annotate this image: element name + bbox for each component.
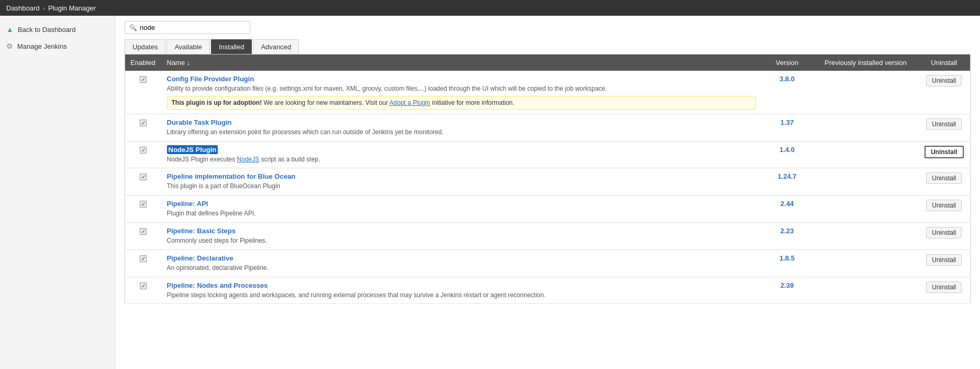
plugin-name-cell: Config File Provider PluginAbility to pr… <box>162 71 761 114</box>
table-row: Durable Task PluginLibrary offering an e… <box>125 114 971 141</box>
uninstall-button[interactable]: Uninstall <box>926 254 962 266</box>
header-prev-version: Previously installed version <box>814 55 918 71</box>
plugin-name-link[interactable]: Pipeline implementation for Blue Ocean <box>167 172 296 180</box>
table-row: Pipeline implementation for Blue OceanTh… <box>125 168 971 196</box>
plugin-description: Library offering an extension point for … <box>167 128 756 137</box>
tab-available[interactable]: Available <box>166 39 210 54</box>
sidebar-item-back-dashboard[interactable]: ▲ Back to Dashboard <box>0 21 115 38</box>
breadcrumb-separator: › <box>43 4 45 12</box>
plugin-enabled-checkbox[interactable] <box>140 255 147 262</box>
tab-installed[interactable]: Installed <box>211 39 252 54</box>
plugin-name-link[interactable]: Durable Task Plugin <box>167 118 232 126</box>
adopt-plugin-link[interactable]: Adopt a Plugin <box>389 99 430 106</box>
sidebar-item-label: Manage Jenkins <box>17 42 67 50</box>
uninstall-cell: Uninstall <box>918 141 971 168</box>
plugin-name-cell: Pipeline: APIPlugin that defines Pipelin… <box>162 196 761 223</box>
plugin-description: Commonly used steps for Pipelines. <box>167 236 756 245</box>
nodejs-link[interactable]: NodeJS <box>237 156 260 163</box>
table-row: Pipeline: Basic StepsCommonly used steps… <box>125 222 971 249</box>
plugin-enabled-checkbox[interactable] <box>140 283 147 289</box>
uninstall-button[interactable]: Uninstall <box>926 200 962 211</box>
sidebar-item-manage-jenkins[interactable]: ⚙ Manage Jenkins <box>0 38 115 55</box>
uninstall-button[interactable]: Uninstall <box>926 172 962 184</box>
enabled-cell <box>125 168 162 196</box>
plugin-name-link[interactable]: Pipeline: Nodes and Processes <box>167 281 268 289</box>
plugin-name-link[interactable]: NodeJS Plugin <box>167 145 218 154</box>
plugin-table: Enabled Name ↓ Version Previously instal… <box>125 54 971 304</box>
table-row: Config File Provider PluginAbility to pr… <box>125 71 971 114</box>
plugin-name-cell: Pipeline: Basic StepsCommonly used steps… <box>162 222 761 249</box>
plugin-name-cell: Pipeline: Nodes and ProcessesPipeline st… <box>162 277 761 304</box>
uninstall-button[interactable]: Uninstall <box>926 75 962 86</box>
plugin-prev-version <box>814 196 918 223</box>
main-content: 🔍 Updates Available Installed Advanced E… <box>115 16 980 369</box>
table-row: Pipeline: DeclarativeAn opinionated, dec… <box>125 249 971 277</box>
plugin-prev-version <box>814 141 918 168</box>
search-box: 🔍 <box>125 21 250 34</box>
plugin-version: 2.44 <box>761 196 814 223</box>
plugin-description: This plugin is a part of BlueOcean Plugi… <box>167 182 756 191</box>
sidebar-item-label: Back to Dashboard <box>18 26 76 34</box>
plugin-version: 1.8.5 <box>761 249 814 277</box>
header-name[interactable]: Name ↓ <box>162 55 761 71</box>
plugin-description: NodeJS Plugin executes NodeJS script as … <box>167 155 756 164</box>
sidebar: ▲ Back to Dashboard ⚙ Manage Jenkins <box>0 16 115 369</box>
uninstall-button[interactable]: Uninstall <box>926 118 962 130</box>
plugin-name-cell: Pipeline implementation for Blue OceanTh… <box>162 168 761 196</box>
gear-icon: ⚙ <box>6 42 13 50</box>
top-bar: Dashboard › Plugin Manager <box>0 0 980 16</box>
plugin-name-cell: Pipeline: DeclarativeAn opinionated, dec… <box>162 249 761 277</box>
plugin-name-cell: Durable Task PluginLibrary offering an e… <box>162 114 761 141</box>
header-uninstall: Uninstall <box>918 55 971 71</box>
enabled-cell <box>125 114 162 141</box>
search-input[interactable] <box>140 24 246 31</box>
uninstall-button[interactable]: Uninstall <box>925 146 964 158</box>
plugin-enabled-checkbox[interactable] <box>140 76 147 83</box>
dashboard-link[interactable]: Dashboard <box>6 4 40 12</box>
plugin-prev-version <box>814 168 918 196</box>
header-version: Version <box>761 55 814 71</box>
plugin-description: Pipeline steps locking agents and worksp… <box>167 291 756 300</box>
plugin-version: 2.39 <box>761 277 814 304</box>
plugin-prev-version <box>814 71 918 114</box>
uninstall-cell: Uninstall <box>918 222 971 249</box>
plugin-name-link[interactable]: Pipeline: Declarative <box>167 254 233 262</box>
plugin-enabled-checkbox[interactable] <box>140 120 147 126</box>
enabled-cell <box>125 249 162 277</box>
tab-advanced[interactable]: Advanced <box>253 39 299 54</box>
plugin-enabled-checkbox[interactable] <box>140 228 147 235</box>
page-breadcrumb-title: Plugin Manager <box>48 4 96 12</box>
plugin-enabled-checkbox[interactable] <box>140 147 147 154</box>
plugin-name-cell: NodeJS PluginNodeJS Plugin executes Node… <box>162 141 761 168</box>
uninstall-button[interactable]: Uninstall <box>926 227 962 238</box>
uninstall-cell: Uninstall <box>918 168 971 196</box>
plugin-version: 2.23 <box>761 222 814 249</box>
plugin-prev-version <box>814 277 918 304</box>
uninstall-cell: Uninstall <box>918 277 971 304</box>
table-row: Pipeline: Nodes and ProcessesPipeline st… <box>125 277 971 304</box>
enabled-cell <box>125 141 162 168</box>
plugin-version: 1.4.0 <box>761 141 814 168</box>
table-row: NodeJS PluginNodeJS Plugin executes Node… <box>125 141 971 168</box>
plugin-enabled-checkbox[interactable] <box>140 201 147 208</box>
uninstall-button[interactable]: Uninstall <box>926 281 962 293</box>
plugin-description: An opinionated, declarative Pipeline. <box>167 264 756 273</box>
header-enabled: Enabled <box>125 55 162 71</box>
plugin-name-link[interactable]: Pipeline: API <box>167 200 208 208</box>
search-container: 🔍 <box>125 21 971 34</box>
enabled-cell <box>125 222 162 249</box>
plugin-name-link[interactable]: Pipeline: Basic Steps <box>167 227 236 235</box>
uninstall-cell: Uninstall <box>918 196 971 223</box>
enabled-cell <box>125 71 162 114</box>
table-row: Pipeline: APIPlugin that defines Pipelin… <box>125 196 971 223</box>
tab-updates[interactable]: Updates <box>125 39 165 54</box>
plugin-version: 1.37 <box>761 114 814 141</box>
uninstall-cell: Uninstall <box>918 114 971 141</box>
adoption-banner: This plugin is up for adoption! We are l… <box>167 96 756 110</box>
plugin-name-link[interactable]: Config File Provider Plugin <box>167 75 254 83</box>
enabled-cell <box>125 196 162 223</box>
plugin-prev-version <box>814 114 918 141</box>
plugin-enabled-checkbox[interactable] <box>140 173 147 180</box>
plugin-prev-version <box>814 249 918 277</box>
plugin-prev-version <box>814 222 918 249</box>
